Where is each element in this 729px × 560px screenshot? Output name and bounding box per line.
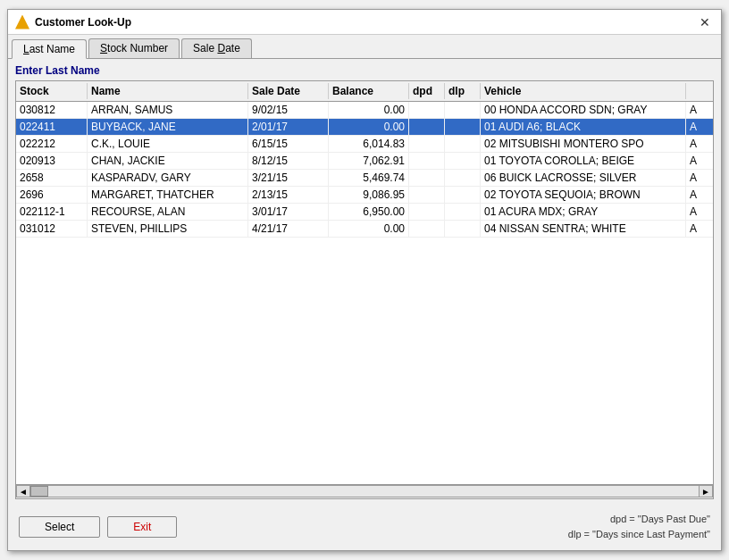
cell-vehicle: 02 MITSUBISHI MONTERO SPO: [481, 136, 686, 152]
cell-vehicle: 04 NISSAN SENTRA; WHITE: [481, 221, 686, 237]
cell-stock: 022411: [16, 119, 88, 135]
horizontal-scrollbar[interactable]: ◄ ►: [16, 484, 713, 498]
cell-dpd: [409, 153, 445, 169]
cell-vehicle: 01 TOYOTA COROLLA; BEIGE: [481, 153, 686, 169]
cell-stock: 2696: [16, 187, 88, 203]
cell-sale-date: 8/12/15: [248, 153, 329, 169]
tab-sale-date-label: ate: [225, 42, 240, 54]
tab-last-name[interactable]: Last Name: [12, 39, 87, 59]
cell-sale-date: 3/21/15: [248, 170, 329, 186]
cell-name: C.K., LOUIE: [88, 136, 248, 152]
cell-flag: A: [686, 204, 713, 220]
tab-bar: Last Name Stock Number Sale Date: [8, 35, 721, 59]
cell-balance: 0.00: [329, 221, 409, 237]
cell-sale-date: 3/01/17: [248, 204, 329, 220]
table-row[interactable]: 022411 BUYBACK, JANE 2/01/17 0.00 01 AUD…: [16, 119, 713, 136]
table-row[interactable]: 031012 STEVEN, PHILLIPS 4/21/17 0.00 04 …: [16, 221, 713, 238]
cell-flag: A: [686, 102, 713, 118]
customer-table: Stock Name Sale Date Balance dpd dlp Veh…: [15, 80, 714, 499]
note-dlp: dlp = "Days since Last Payment": [568, 527, 710, 543]
cell-balance: 5,469.74: [329, 170, 409, 186]
table-row[interactable]: 2658 KASPARADV, GARY 3/21/15 5,469.74 06…: [16, 170, 713, 187]
cell-sale-date: 9/02/15: [248, 102, 329, 118]
col-header-flag: [686, 83, 713, 99]
exit-button[interactable]: Exit: [107, 516, 177, 538]
content-area: Enter Last Name Stock Name Sale Date Bal…: [8, 59, 721, 505]
prompt-label: Enter Last Name: [15, 64, 714, 77]
cell-dpd: [409, 187, 445, 203]
table-row[interactable]: 022112-1 RECOURSE, ALAN 3/01/17 6,950.00…: [16, 204, 713, 221]
close-button[interactable]: ✕: [696, 13, 714, 31]
cell-flag: A: [686, 221, 713, 237]
cell-dpd: [409, 119, 445, 135]
select-button[interactable]: Select: [19, 516, 100, 538]
table-body[interactable]: 030812 ARRAN, SAMUS 9/02/15 0.00 00 HOND…: [16, 102, 713, 484]
cell-dpd: [409, 221, 445, 237]
cell-dlp: [445, 102, 481, 118]
cell-dpd: [409, 204, 445, 220]
cell-dlp: [445, 119, 481, 135]
table-row[interactable]: 022212 C.K., LOUIE 6/15/15 6,014.83 02 M…: [16, 136, 713, 153]
cell-balance: 7,062.91: [329, 153, 409, 169]
app-icon: [15, 15, 29, 29]
col-header-dlp: dlp: [445, 83, 481, 99]
cell-balance: 0.00: [329, 102, 409, 118]
cell-name: RECOURSE, ALAN: [88, 204, 248, 220]
scroll-left-button[interactable]: ◄: [16, 485, 30, 497]
cell-dpd: [409, 102, 445, 118]
tab-last-name-label: ast Name: [29, 43, 75, 55]
cell-flag: A: [686, 170, 713, 186]
cell-stock: 022212: [16, 136, 88, 152]
cell-vehicle: 00 HONDA ACCORD SDN; GRAY: [481, 102, 686, 118]
footer: Select Exit dpd = "Days Past Due" dlp = …: [8, 505, 721, 550]
cell-dlp: [445, 204, 481, 220]
col-header-vehicle: Vehicle: [481, 83, 686, 99]
scroll-right-button[interactable]: ►: [699, 485, 713, 497]
cell-name: MARGARET, THATCHER: [88, 187, 248, 203]
scroll-track: [30, 485, 699, 497]
cell-dlp: [445, 221, 481, 237]
table-row[interactable]: 020913 CHAN, JACKIE 8/12/15 7,062.91 01 …: [16, 153, 713, 170]
title-bar-left: Customer Look-Up: [15, 15, 131, 29]
cell-stock: 2658: [16, 170, 88, 186]
cell-flag: A: [686, 136, 713, 152]
col-header-stock: Stock: [16, 83, 88, 99]
cell-balance: 0.00: [329, 119, 409, 135]
cell-sale-date: 4/21/17: [248, 221, 329, 237]
cell-name: STEVEN, PHILLIPS: [88, 221, 248, 237]
cell-sale-date: 2/13/15: [248, 187, 329, 203]
table-row[interactable]: 030812 ARRAN, SAMUS 9/02/15 0.00 00 HOND…: [16, 102, 713, 119]
main-window: Customer Look-Up ✕ Last Name Stock Numbe…: [7, 9, 722, 551]
cell-vehicle: 02 TOYOTA SEQUOIA; BROWN: [481, 187, 686, 203]
cell-name: ARRAN, SAMUS: [88, 102, 248, 118]
tab-sale-date[interactable]: Sale Date: [181, 38, 252, 58]
col-header-name: Name: [88, 83, 248, 99]
table-row[interactable]: 2696 MARGARET, THATCHER 2/13/15 9,086.95…: [16, 187, 713, 204]
cell-name: CHAN, JACKIE: [88, 153, 248, 169]
cell-balance: 6,014.83: [329, 136, 409, 152]
note-dpd: dpd = "Days Past Due": [568, 512, 710, 528]
col-header-sale-date: Sale Date: [248, 83, 329, 99]
cell-name: KASPARADV, GARY: [88, 170, 248, 186]
cell-stock: 020913: [16, 153, 88, 169]
cell-flag: A: [686, 187, 713, 203]
scroll-thumb[interactable]: [30, 486, 48, 497]
cell-dlp: [445, 187, 481, 203]
cell-dlp: [445, 136, 481, 152]
cell-stock: 030812: [16, 102, 88, 118]
window-title: Customer Look-Up: [35, 16, 131, 29]
cell-sale-date: 6/15/15: [248, 136, 329, 152]
footer-notes: dpd = "Days Past Due" dlp = "Days since …: [568, 512, 710, 543]
cell-sale-date: 2/01/17: [248, 119, 329, 135]
col-header-balance: Balance: [329, 83, 409, 99]
cell-vehicle: 01 AUDI A6; BLACK: [481, 119, 686, 135]
cell-flag: A: [686, 153, 713, 169]
cell-stock: 022112-1: [16, 204, 88, 220]
col-header-dpd: dpd: [409, 83, 445, 99]
cell-balance: 9,086.95: [329, 187, 409, 203]
cell-dpd: [409, 136, 445, 152]
cell-flag: A: [686, 119, 713, 135]
tab-stock-number-label: tock Number: [107, 42, 168, 54]
table-header: Stock Name Sale Date Balance dpd dlp Veh…: [16, 81, 713, 102]
tab-stock-number[interactable]: Stock Number: [88, 38, 180, 58]
